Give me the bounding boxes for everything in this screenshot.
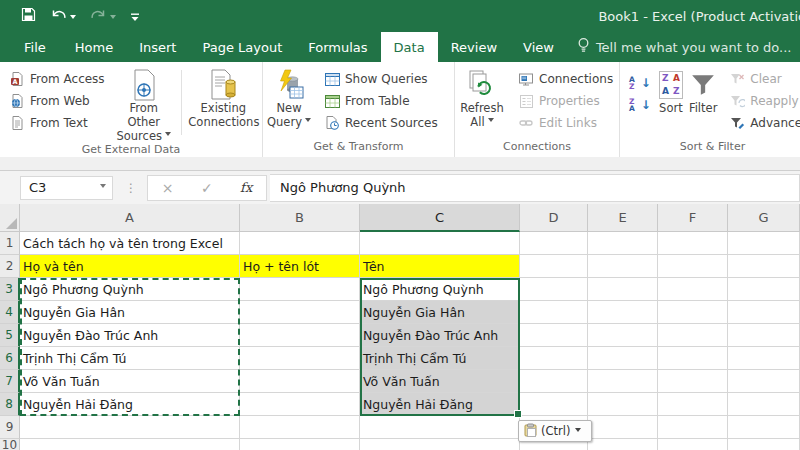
cell-B10[interactable] (240, 439, 360, 450)
cell-A10[interactable] (20, 439, 240, 450)
cell-A9[interactable] (20, 416, 240, 439)
cell-C1[interactable] (360, 232, 520, 255)
show-queries-button[interactable]: Show Queries (321, 68, 441, 90)
cell-F3[interactable] (658, 278, 728, 301)
clear-filter-button[interactable]: Clear (726, 68, 800, 90)
cell-F2[interactable] (658, 255, 728, 278)
cell-A7[interactable]: Võ Văn Tuấn (20, 370, 240, 393)
cell-D4[interactable] (520, 301, 588, 324)
undo-button[interactable] (43, 3, 83, 29)
row-header-8[interactable]: 8 (0, 393, 20, 416)
from-other-sources-button[interactable]: From Other Sources (110, 66, 178, 143)
column-header-g[interactable]: G (728, 204, 800, 232)
cell-A8[interactable]: Nguyễn Hải Đăng (20, 393, 240, 416)
cell-C6[interactable]: Trịnh Thị Cẩm Tú (360, 347, 520, 370)
cell-B4[interactable] (240, 301, 360, 324)
tab-review[interactable]: Review (438, 32, 510, 62)
name-box-caret-icon[interactable] (100, 184, 106, 191)
column-header-e[interactable]: E (588, 204, 658, 232)
cell-G2[interactable] (728, 255, 800, 278)
cell-C2[interactable]: Tên (360, 255, 520, 278)
cell-E7[interactable] (588, 370, 658, 393)
cell-D5[interactable] (520, 324, 588, 347)
column-header-f[interactable]: F (658, 204, 728, 232)
cell-E8[interactable] (588, 393, 658, 416)
cell-F9[interactable] (658, 416, 728, 439)
cell-F1[interactable] (658, 232, 728, 255)
cell-A1[interactable]: Cách tách họ và tên trong Excel (20, 232, 240, 255)
cell-D8[interactable] (520, 393, 588, 416)
cell-G5[interactable] (728, 324, 800, 347)
connections-button[interactable]: Connections (515, 68, 616, 90)
cell-C4[interactable]: Nguyễn Gia Hân (360, 301, 520, 324)
existing-connections-button[interactable]: Existing Connections (185, 66, 262, 143)
row-header-6[interactable]: 6 (0, 347, 20, 370)
from-web-button[interactable]: From Web (6, 90, 108, 112)
cell-B3[interactable] (240, 278, 360, 301)
refresh-all-button[interactable]: Refresh All (455, 66, 509, 140)
sort-button[interactable]: Z A A Z Sort (656, 66, 686, 140)
from-text-button[interactable]: From Text (6, 112, 108, 134)
cell-G4[interactable] (728, 301, 800, 324)
cell-D7[interactable] (520, 370, 588, 393)
cell-C7[interactable]: Võ Văn Tuấn (360, 370, 520, 393)
row-header-2[interactable]: 2 (0, 255, 20, 278)
tab-formulas[interactable]: Formulas (295, 32, 380, 62)
column-header-d[interactable]: D (520, 204, 588, 232)
tab-page-layout[interactable]: Page Layout (189, 32, 295, 62)
cell-C10[interactable] (360, 439, 520, 450)
row-header-1[interactable]: 1 (0, 232, 20, 255)
cell-F8[interactable] (658, 393, 728, 416)
customize-quick-access-button[interactable] (123, 3, 147, 29)
cell-F5[interactable] (658, 324, 728, 347)
name-box[interactable]: C3 (20, 176, 113, 200)
tab-view[interactable]: View (510, 32, 567, 62)
cell-B2[interactable]: Họ + tên lót (240, 255, 360, 278)
sort-za-button[interactable]: ZA ↓ (626, 94, 654, 116)
cell-D1[interactable] (520, 232, 588, 255)
save-button[interactable] (14, 3, 43, 29)
cell-A6[interactable]: Trịnh Thị Cẩm Tú (20, 347, 240, 370)
redo-button[interactable] (83, 3, 123, 29)
cell-A5[interactable]: Nguyễn Đào Trúc Anh (20, 324, 240, 347)
cell-D3[interactable] (520, 278, 588, 301)
cell-F4[interactable] (658, 301, 728, 324)
cell-E9[interactable] (588, 416, 658, 439)
cell-G3[interactable] (728, 278, 800, 301)
tab-data[interactable]: Data (381, 32, 438, 62)
cell-G8[interactable] (728, 393, 800, 416)
advanced-filter-button[interactable]: Advanced (726, 112, 800, 134)
cell-B6[interactable] (240, 347, 360, 370)
from-table-button[interactable]: From Table (321, 90, 441, 112)
undo-dropdown-caret-icon[interactable] (70, 15, 76, 22)
row-header-3[interactable]: 3 (0, 278, 20, 301)
cell-F6[interactable] (658, 347, 728, 370)
cell-A3[interactable]: Ngô Phương Quỳnh (20, 278, 240, 301)
edit-links-button[interactable]: Edit Links (515, 112, 616, 134)
cell-E10[interactable] (588, 439, 658, 450)
paste-options-button[interactable]: (Ctrl) (518, 420, 592, 442)
formula-input[interactable]: Ngô Phương Quỳnh (270, 174, 800, 202)
insert-function-icon[interactable]: fx (240, 180, 252, 195)
cell-D6[interactable] (520, 347, 588, 370)
row-header-5[interactable]: 5 (0, 324, 20, 347)
recent-sources-button[interactable]: Recent Sources (321, 112, 441, 134)
cell-D2[interactable] (520, 255, 588, 278)
reapply-filter-button[interactable]: Reapply (726, 90, 800, 112)
tab-home[interactable]: Home (62, 32, 126, 62)
cell-B1[interactable] (240, 232, 360, 255)
tell-me-box[interactable]: Tell me what you want to do... (577, 32, 792, 62)
cell-B8[interactable] (240, 393, 360, 416)
enter-icon[interactable]: ✓ (201, 180, 213, 196)
fill-handle[interactable] (514, 410, 522, 418)
cell-G6[interactable] (728, 347, 800, 370)
column-header-a[interactable]: A (20, 204, 240, 232)
cell-G9[interactable] (728, 416, 800, 439)
cell-G7[interactable] (728, 370, 800, 393)
row-header-7[interactable]: 7 (0, 370, 20, 393)
cell-G1[interactable] (728, 232, 800, 255)
cell-G10[interactable] (728, 439, 800, 450)
cell-B5[interactable] (240, 324, 360, 347)
column-header-b[interactable]: B (240, 204, 360, 232)
tab-insert[interactable]: Insert (126, 32, 189, 62)
